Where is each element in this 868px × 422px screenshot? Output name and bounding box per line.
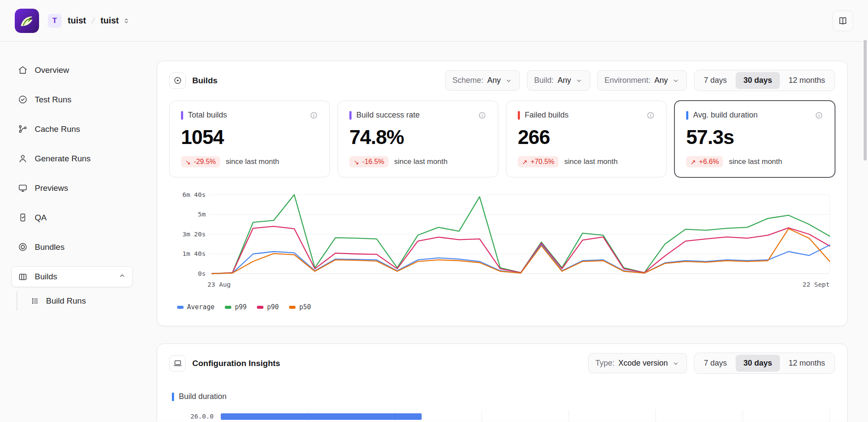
chevron-down-icon [672,360,680,367]
sidebar-item-previews[interactable]: Previews [11,178,133,198]
info-icon[interactable] [646,111,655,120]
trend-up-icon: ↗ [690,159,696,165]
svg-text:22 Sept: 22 Sept [802,281,829,288]
dropdown-value: Any [487,76,501,85]
config-panel-icon [169,355,186,372]
delta-value: +6.6% [699,158,719,166]
config-range-segmented: 7 days 30 days 12 months [694,353,835,374]
xcode-version-bar-chart[interactable]: 26.0.0 [169,410,835,422]
sidebar-item-overview[interactable]: Overview [11,60,133,80]
legend-item-p99[interactable]: p99 [225,303,247,311]
delta-note: since last month [394,157,447,166]
config-panel-header: Configuration Insights Type: Xcode versi… [157,344,847,381]
docs-button[interactable] [832,10,853,31]
dropdown-value: Xcode version [618,359,668,368]
range-tab-12-months[interactable]: 12 months [781,72,833,89]
delta-badge: ↗ +6.6% [686,156,723,167]
metric-value: 74.8% [349,125,487,149]
breadcrumb-org[interactable]: tuist [68,16,86,26]
sidebar-item-bundles[interactable]: Bundles [11,237,133,257]
book-icon [838,16,848,26]
legend-item-p90[interactable]: p90 [257,303,279,311]
delta-badge: ↘ -16.5% [349,156,388,167]
delta-value: -29.5% [194,158,216,166]
sidebar-item-label: Test Runs [35,95,71,105]
sidebar-item-generate-runs[interactable]: Generate Runs [11,148,133,169]
info-icon[interactable] [309,111,318,120]
builds-icon [18,272,28,282]
range-tab-7-days[interactable]: 7 days [696,72,735,89]
metric-card-total-builds[interactable]: Total builds 1054 ↘ -29.5% since last mo… [169,101,330,177]
legend-item-p50[interactable]: p50 [289,303,311,311]
type-filter-dropdown[interactable]: Type: Xcode version [588,353,687,373]
project-switcher[interactable]: tuist [101,16,130,26]
dropdown-label: Environment: [605,76,651,85]
sidebar-item-cache-runs[interactable]: Cache Runs [11,119,133,139]
metric-value: 57.3s [686,125,823,149]
metric-card-avg-build-duration[interactable]: Avg. build duration 57.3s ↗ +6.6% since … [674,101,835,177]
builds-panel-icon [169,72,186,89]
legend-label: p50 [299,303,311,311]
top-bar: T tuist / tuist [0,0,868,42]
metric-title: Avg. build duration [693,111,758,120]
delta-badge: ↘ -29.5% [181,156,220,167]
legend-label: Average [187,303,214,311]
dropdown-label: Scheme: [453,76,483,85]
builds-panel-header: Builds Scheme: Any Build: Any Environmen… [157,61,847,98]
sidebar-item-builds[interactable]: Builds [11,266,133,287]
build-duration-section: Build duration [157,381,847,401]
chevron-down-icon [505,77,513,85]
overview-icon [18,65,28,75]
config-panel-title: Configuration Insights [192,359,280,368]
metric-accent [518,111,520,120]
breadcrumb: T tuist / tuist [48,14,130,28]
legend-swatch [257,306,263,309]
legend-label: p99 [235,303,247,311]
range-tab-30-days[interactable]: 30 days [736,355,780,372]
environment-filter-dropdown[interactable]: Environment: Any [597,70,687,91]
legend-item-average[interactable]: Average [177,303,214,311]
svg-text:26.0.0: 26.0.0 [191,412,214,420]
previews-icon [18,183,28,193]
metric-card-failed-builds[interactable]: Failed builds 266 ↗ +70.5% since last mo… [506,101,667,177]
range-tab-7-days[interactable]: 7 days [696,355,735,372]
metric-title: Failed builds [525,111,569,120]
svg-text:6m 40s: 6m 40s [182,191,206,198]
dropdown-label: Type: [595,359,615,368]
dropdown-value: Any [558,76,571,85]
builds-panel-title: Builds [192,76,217,85]
breadcrumb-separator: / [91,16,95,26]
sidebar-item-test-runs[interactable]: Test Runs [11,89,133,110]
info-icon[interactable] [815,111,823,120]
builds-range-segmented: 7 days 30 days 12 months [694,70,835,91]
sidebar-item-build-runs[interactable]: Build Runs [27,291,133,311]
bundles-icon [18,242,28,252]
legend-swatch [289,306,296,309]
delta-value: +70.5% [531,158,555,166]
breadcrumb-project: tuist [101,16,119,26]
laptop-icon [173,359,182,368]
cache-runs-icon [18,124,28,134]
sidebar-item-label: Cache Runs [35,124,80,134]
info-icon[interactable] [478,111,487,120]
duration-chart-section: 0s1m 40s3m 20s5m6m 40s23 Aug22 Sept Aver… [157,177,847,326]
configuration-insights-panel: Configuration Insights Type: Xcode versi… [157,343,848,422]
dropdown-label: Build: [534,76,554,85]
scrollbar[interactable] [864,40,867,160]
metric-card-build-success-rate[interactable]: Build success rate 74.8% ↘ -16.5% since … [338,101,498,177]
scheme-filter-dropdown[interactable]: Scheme: Any [445,70,520,91]
range-tab-12-months[interactable]: 12 months [781,355,833,372]
duration-line-chart[interactable]: 0s1m 40s3m 20s5m6m 40s23 Aug22 Sept [169,190,835,294]
range-tab-30-days[interactable]: 30 days [736,72,780,89]
test-runs-icon [18,95,28,105]
legend-label: p90 [267,303,279,311]
build-filter-dropdown[interactable]: Build: Any [527,70,590,91]
generate-runs-icon [18,154,28,164]
metrics-row: Total builds 1054 ↘ -29.5% since last mo… [157,98,847,177]
tuist-logo[interactable] [15,9,39,33]
chart-legend: Averagep99p90p50 [177,303,835,311]
sidebar-item-qa[interactable]: QA [11,207,133,228]
sidebar-item-label: Previews [35,183,68,193]
sidebar: Overview Test Runs Cache Runs Generate R… [0,42,144,422]
sidebar-item-label: Overview [35,65,69,75]
